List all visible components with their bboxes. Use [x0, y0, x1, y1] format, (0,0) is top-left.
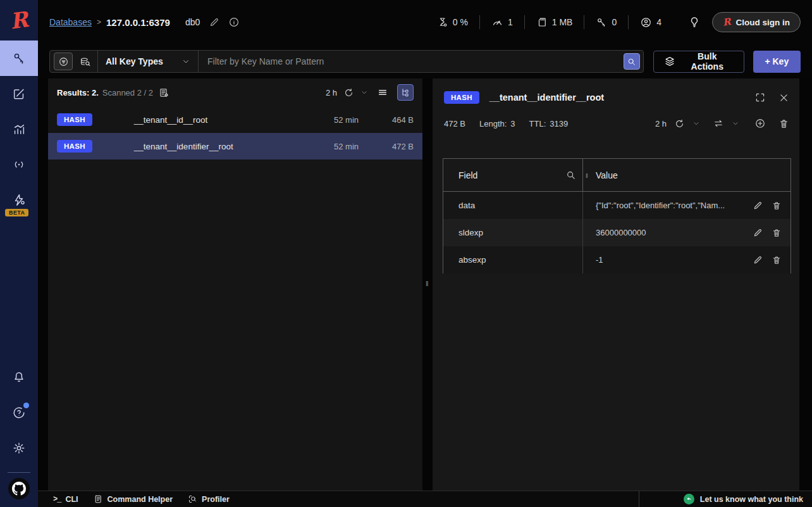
- profiler-button[interactable]: Profiler: [188, 494, 230, 504]
- fullscreen-icon[interactable]: [754, 92, 766, 103]
- format-switch-icon[interactable]: [713, 118, 724, 129]
- value-cell[interactable]: {"Id":"root","Identifier":"root","Nam...: [583, 201, 753, 210]
- detail-length: Length: 3: [479, 119, 515, 128]
- add-key-button[interactable]: + Key: [753, 51, 801, 73]
- sidebar-item-settings[interactable]: [0, 430, 38, 466]
- cli-button[interactable]: >_ CLI: [53, 495, 78, 504]
- edit-field-icon[interactable]: [753, 201, 763, 211]
- key-ttl: 52 min: [334, 115, 378, 125]
- search-filter-bar: All Key Types Bulk Actions + Key: [38, 44, 812, 78]
- key-filter-input[interactable]: [199, 51, 624, 72]
- clients-icon: [640, 16, 652, 28]
- profiler-magnifier-icon: [188, 494, 197, 504]
- stat-clients-value: 4: [656, 17, 661, 27]
- list-view-button[interactable]: [374, 84, 391, 101]
- sidebar-item-triggers-functions[interactable]: BETA: [0, 182, 38, 218]
- stat-memory-value: 1 MB: [552, 17, 573, 27]
- stat-keys-value: 0: [612, 17, 617, 27]
- detail-refresh-time: 2 h: [655, 119, 667, 128]
- command-helper-button[interactable]: Command Helper: [94, 494, 173, 504]
- refresh-options-chevron-icon[interactable]: [360, 89, 368, 96]
- terminal-icon: >_: [53, 495, 61, 504]
- sidebar-item-notifications[interactable]: [0, 360, 38, 395]
- hash-field-row[interactable]: sldexp 36000000000: [443, 219, 790, 246]
- key-name: __tenant__id__root: [134, 115, 207, 125]
- key-icon: [596, 16, 607, 28]
- tree-view-button[interactable]: [397, 84, 414, 101]
- edit-alias-icon[interactable]: [209, 17, 219, 28]
- info-icon[interactable]: [228, 16, 240, 28]
- refresh-icon[interactable]: [674, 118, 685, 129]
- add-field-icon[interactable]: [754, 118, 766, 129]
- detail-header: HASH __tenant__identifier__root: [433, 78, 799, 109]
- field-search-icon[interactable]: [565, 170, 576, 180]
- edit-icon: [12, 87, 26, 101]
- delete-field-icon[interactable]: [772, 255, 782, 265]
- key-size: 464 B: [378, 115, 414, 125]
- document-icon: [94, 494, 103, 504]
- breadcrumb-databases-link[interactable]: Databases: [49, 17, 92, 27]
- search-values-icon[interactable]: [79, 56, 91, 68]
- sidebar-item-browser[interactable]: [0, 41, 38, 76]
- key-row-selected[interactable]: HASH __tenant__identifier__root 52 min 4…: [48, 133, 422, 160]
- delete-key-icon[interactable]: [778, 118, 789, 129]
- table-header-row: Field Value: [443, 159, 790, 192]
- value-cell[interactable]: -1: [583, 255, 753, 265]
- sidebar-item-analytics[interactable]: [0, 111, 38, 147]
- close-icon[interactable]: [778, 92, 789, 103]
- cloud-sign-in-button[interactable]: R Cloud sign in: [712, 12, 801, 32]
- format-options-chevron-icon[interactable]: [732, 120, 739, 127]
- edit-field-icon[interactable]: [753, 228, 763, 238]
- hash-field-row[interactable]: data {"Id":"root","Identifier":"root","N…: [443, 192, 790, 219]
- insights-lightbulb-icon[interactable]: [688, 16, 701, 28]
- refresh-options-chevron-icon[interactable]: [692, 120, 700, 127]
- broadcast-icon: [12, 158, 26, 172]
- key-row[interactable]: HASH __tenant__id__root 52 min 464 B: [48, 106, 422, 133]
- stat-commands: 1: [480, 16, 524, 28]
- detail-size: 472 B: [444, 119, 465, 128]
- scan-settings-icon[interactable]: [159, 87, 169, 98]
- bulk-actions-button[interactable]: Bulk Actions: [653, 51, 744, 73]
- detail-key-name[interactable]: __tenant__identifier__root: [489, 92, 604, 103]
- delete-field-icon[interactable]: [772, 201, 782, 211]
- sidebar-divider: [8, 472, 30, 473]
- key-type-dropdown[interactable]: All Key Types: [98, 51, 198, 72]
- filter-by-type-icon[interactable]: [54, 53, 73, 70]
- key-list-header: Results: 2. Scanned 2 / 2 2 h: [48, 78, 422, 106]
- stat-keys: 0: [584, 16, 628, 28]
- redis-logo[interactable]: R: [0, 0, 38, 41]
- bottom-toolbar: >_ CLI Command Helper Profiler Let us kn…: [38, 491, 812, 507]
- field-cell: data: [443, 192, 583, 219]
- refresh-icon[interactable]: [343, 87, 354, 98]
- gear-icon: [12, 441, 26, 455]
- sidebar-item-workbench[interactable]: [0, 76, 38, 111]
- search-button[interactable]: [624, 53, 640, 70]
- hash-fields-table: Field Value ‖ data {"Id":"root","Identif…: [443, 158, 791, 273]
- edit-field-icon[interactable]: [753, 255, 763, 265]
- chart-icon: [12, 122, 26, 136]
- feedback-button[interactable]: Let us know what you think: [639, 491, 803, 507]
- sidebar-item-help[interactable]: [0, 395, 38, 430]
- filter-container: All Key Types: [49, 50, 644, 73]
- bell-icon: [12, 370, 26, 384]
- column-resize-grip[interactable]: ‖: [586, 173, 589, 179]
- sidebar-item-pubsub[interactable]: [0, 147, 38, 182]
- stat-cpu: 0 %: [426, 16, 479, 28]
- key-name: __tenant__identifier__root: [134, 142, 233, 151]
- delete-field-icon[interactable]: [772, 228, 782, 238]
- field-cell: sldexp: [443, 219, 583, 246]
- value-cell[interactable]: 36000000000: [583, 228, 753, 237]
- key-type-badge: HASH: [57, 113, 92, 126]
- layers-icon: [664, 56, 675, 67]
- results-count: Results: 2.: [57, 88, 99, 97]
- panel-resizer[interactable]: ‖: [422, 78, 433, 491]
- key-list-panel: Results: 2. Scanned 2 / 2 2 h HASH __ten…: [48, 78, 422, 491]
- detail-type-badge: HASH: [444, 91, 479, 104]
- field-column-header: Field: [443, 159, 583, 191]
- detail-actions: 2 h: [655, 118, 789, 129]
- hash-field-row[interactable]: absexp -1: [443, 246, 790, 273]
- beta-badge: BETA: [5, 209, 28, 216]
- stat-clients: 4: [629, 16, 673, 28]
- stat-memory: 1 MB: [525, 16, 584, 28]
- github-icon[interactable]: [8, 478, 30, 499]
